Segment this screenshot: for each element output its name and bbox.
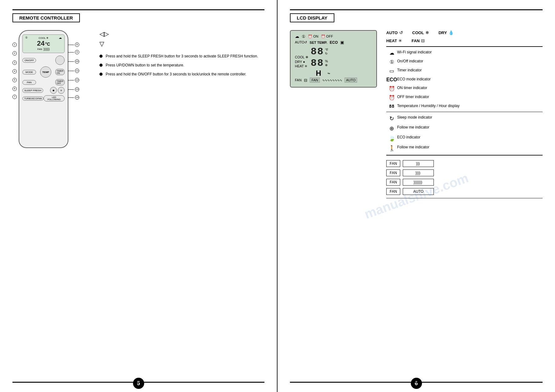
lcd-fan-box: FAN <box>310 78 319 83</box>
legend-sleep: ↻ Sleep mode indicator <box>386 115 543 122</box>
heat-label: HEAT <box>386 38 397 43</box>
legend-timer: ▭ Timer indicator <box>386 68 543 74</box>
fan-speed-box-1: FAN <box>386 160 400 167</box>
bullet-3: Press and hold the ON/OFF button for 3 s… <box>99 72 264 77</box>
temp-unit: °C <box>45 42 50 47</box>
ann-num-5: 5 <box>12 78 17 82</box>
temp-display: 24 <box>37 39 44 47</box>
lcd-eco-label: ECO <box>330 40 338 45</box>
left-panel: REMOTE CONTROLLER 1 2 3 4 <box>0 0 278 392</box>
arrow-section: ◁▷ ▽ <box>99 30 264 47</box>
person-legend-icon: 🚶 <box>386 145 397 152</box>
lcd-hour: H <box>311 69 326 78</box>
up-down-arrow: ▽ <box>99 40 104 47</box>
lcd-units-bottom: % ⊕ <box>325 60 328 67</box>
fan-speed-low: FAN ))) <box>386 160 543 167</box>
digit-row-3: H ↬ <box>311 69 330 78</box>
fan-speed-ind-4: AUTO <box>403 188 434 195</box>
btn-row-mode: MODE TEMP TIMERON <box>22 66 65 78</box>
lcd-floor-icon: ⊟ <box>304 78 307 83</box>
fan-speed-box-4: FAN <box>386 188 400 195</box>
right-panel: LCD DISPLAY manualshive.com ☁ ① ⏰ ON ⏰ O… <box>278 0 555 392</box>
led-button[interactable]: LED FOLLOWING <box>44 95 65 101</box>
eco-legend-text: ECO mode indicator <box>397 77 431 82</box>
sleep-legend-text: Sleep mode indicator <box>397 115 432 120</box>
btn-row-sleep: SLEEP FRESH ● + <box>22 87 65 94</box>
bullet-2: Press UP/DOWN button to set the temperat… <box>99 63 264 68</box>
fan-speed-ind-3: ))))))) <box>403 179 434 186</box>
lcd-sleep-icon: ↻ <box>325 52 328 55</box>
bullet-section: Press and hold the SLEEP FRESH button fo… <box>99 54 264 77</box>
cool-mode-icon: COOL ❄ <box>39 37 48 39</box>
lcd-timer-on: ⏰ ON <box>308 34 319 38</box>
fan-mode-label: FAN <box>411 38 420 43</box>
mode-auto: AUTO ↺ <box>386 30 403 35</box>
wifi-legend-icon: ☁ <box>386 50 397 56</box>
fan-speed-ind-2: )))) <box>403 169 434 176</box>
ann-num-8: 8 <box>75 43 79 47</box>
eco2-legend-icon: 🍃 <box>386 135 397 142</box>
fan-speed-box-2: FAN <box>386 169 400 176</box>
heat-icon: ✳ <box>398 38 402 43</box>
lcd-display: ☁ ① ⏰ ON ⏰ OFF AUTO↺ SET TEMP. ECO ▣ <box>290 30 377 88</box>
lcd-row-2: AUTO↺ SET TEMP. ECO ▣ <box>295 40 372 45</box>
timer-on-button[interactable]: TIMERON <box>55 69 65 75</box>
big-digits-area: 88 °F ↻ 88 % ⊕ <box>311 46 330 78</box>
btn-row-fan: FAN TIMEROFF <box>22 79 65 85</box>
right-button[interactable]: + <box>58 87 65 94</box>
bullet-text-3: Press and hold the ON/OFF button for 3 s… <box>106 72 246 77</box>
timer-off-button[interactable]: TIMEROFF <box>55 79 65 85</box>
bullet-dot-2 <box>99 64 103 67</box>
right-annotations: 8 9 10 11 12 <box>68 43 79 100</box>
fan-button[interactable]: FAN <box>22 80 36 85</box>
ann-num-4: 4 <box>12 69 17 74</box>
divider-1 <box>386 46 543 47</box>
fan-speed-section: FAN ))) FAN )))) FAN ))))))) FAN AUTO <box>386 160 543 195</box>
lcd-heat-label: HEAT ✳ <box>295 64 308 68</box>
on-legend-text: ON timer indicator <box>397 86 427 91</box>
lcd-fan-waves: ∿∿∿∿∿∿∿∿ <box>322 79 342 82</box>
down-button[interactable]: ● <box>50 87 57 94</box>
legend-off: ⏰ OFF timer indicator <box>386 95 543 101</box>
mode-cool: COOL ❄ <box>412 30 429 35</box>
cool-label: COOL <box>412 30 424 35</box>
auto-icon: ↺ <box>399 30 403 35</box>
circle-button-right[interactable] <box>55 56 65 65</box>
ann-num-6: 6 <box>12 87 17 91</box>
mode-button[interactable]: MODE <box>22 70 36 74</box>
on-legend-icon: ⏰ <box>386 86 397 92</box>
legend-followme: ⊕ Follow me indicator <box>386 125 543 132</box>
sleep-fresh-button[interactable]: SLEEP FRESH <box>22 88 43 93</box>
lcd-digit-top: 88 <box>311 46 324 57</box>
lcd-power-icon: ① <box>302 34 305 39</box>
fan-speed-ind-1: ))) <box>403 160 434 167</box>
bullet-dot-3 <box>99 73 103 76</box>
lcd-fahrenheit: °F <box>325 48 328 52</box>
bottom-line-right <box>290 382 543 383</box>
ann-num-7: 7 <box>12 95 17 99</box>
lcd-swing-icon: ↬ <box>328 72 330 75</box>
page-number-left: 5 <box>133 378 144 389</box>
lcd-followme-icon: ⊕ <box>325 63 328 67</box>
timer-legend-text: Timer indicator <box>397 68 422 73</box>
left-annotations: 1 2 3 4 5 6 <box>12 43 17 99</box>
fan-speed-high: FAN ))))))) <box>386 179 543 186</box>
fan-speed-display: )))))) <box>44 47 50 51</box>
ann-num-14: 14 <box>75 95 79 100</box>
turbo-button[interactable]: TURBO/ECO/FAN <box>22 97 44 101</box>
remote-body: ① COOL ❄ 24 °C FAN )))))) ☁ <box>19 30 68 148</box>
onoff-button[interactable]: ON/OFF <box>22 58 36 63</box>
wifi-legend-text: Wi-Fi signal indicator <box>397 50 432 55</box>
lcd-auto-label: AUTO↺ <box>295 40 307 44</box>
followme-legend-icon: ⊕ <box>386 125 397 132</box>
lcd-fan-row: FAN ⊟ FAN ∿∿∿∿∿∿∿∿ AUTO <box>295 78 372 83</box>
fan-speed-box-3: FAN <box>386 179 400 186</box>
digit-row-1: 88 °F ↻ <box>311 46 330 57</box>
lcd-units-top: °F ↻ <box>325 48 328 55</box>
digit-row-2: 88 % ⊕ <box>311 57 330 69</box>
ann-num-10: 10 <box>75 59 79 64</box>
temp-button[interactable]: TEMP <box>40 66 51 78</box>
page-number-right: 6 <box>411 378 422 389</box>
lcd-timer-off: ⏰ OFF <box>321 34 333 38</box>
lcd-digit-bottom: 88 <box>311 57 324 69</box>
